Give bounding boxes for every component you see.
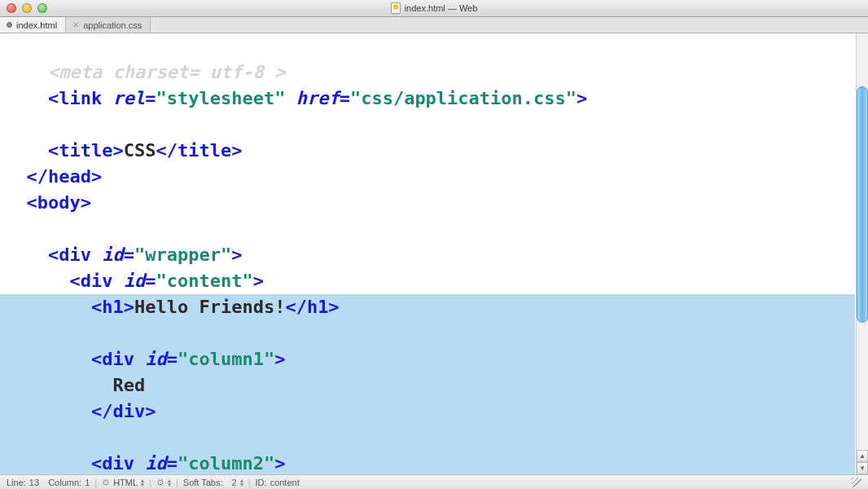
code-editor[interactable]: <meta charset= utf-8 > <link rel="styles… bbox=[0, 33, 855, 474]
code-line-selected: Red bbox=[0, 372, 855, 399]
code-line-selected: </div> bbox=[0, 399, 855, 425]
gear-icon[interactable] bbox=[156, 478, 164, 487]
close-window-button[interactable] bbox=[7, 3, 16, 13]
status-bar: Line: 13 Column: 1 | HTML ▴▾ | ▴▾ | Soft… bbox=[0, 474, 868, 489]
chevron-down-icon: ▾ bbox=[240, 482, 243, 487]
code-line: </head> bbox=[5, 166, 102, 187]
scroll-up-button[interactable]: ▲ bbox=[857, 450, 868, 462]
resize-grip-icon[interactable] bbox=[852, 478, 861, 487]
code-line-selected: <div id="column1"> bbox=[0, 346, 855, 372]
close-tab-icon[interactable]: ✕ bbox=[72, 20, 79, 29]
window-title-bar[interactable]: index.html — Web bbox=[0, 0, 868, 17]
syntax-mode[interactable]: HTML bbox=[113, 478, 138, 487]
editor-area: <meta charset= utf-8 > <link rel="styles… bbox=[0, 33, 868, 474]
code-line-selected: <h1>Hello Friends!</h1> bbox=[0, 294, 855, 320]
chevron-down-icon: ▾ bbox=[168, 482, 171, 487]
line-endings-stepper[interactable]: ▴▾ bbox=[168, 478, 171, 487]
chevron-down-icon: ▾ bbox=[141, 482, 144, 487]
code-line: <meta charset= utf-8 > bbox=[5, 62, 285, 82]
zoom-window-button[interactable] bbox=[37, 3, 47, 13]
vertical-scrollbar[interactable]: ▲ ▼ bbox=[856, 33, 868, 474]
line-label: Line: bbox=[7, 478, 26, 487]
document-icon bbox=[391, 2, 401, 14]
scroll-down-button[interactable]: ▼ bbox=[857, 462, 868, 474]
code-line bbox=[5, 114, 15, 134]
code-line bbox=[5, 218, 15, 239]
tab-label: application.css bbox=[83, 20, 142, 30]
window-title-text: index.html — Web bbox=[405, 3, 478, 13]
modified-dot-icon bbox=[7, 22, 12, 28]
soft-tabs-label: Soft Tabs: bbox=[183, 478, 223, 487]
column-number: 1 bbox=[85, 478, 90, 487]
syntax-stepper[interactable]: ▴▾ bbox=[141, 478, 144, 487]
soft-tabs-value[interactable]: 2 bbox=[232, 478, 237, 487]
tab-application-css[interactable]: ✕ application.css bbox=[66, 17, 151, 33]
tab-width-stepper[interactable]: ▴▾ bbox=[240, 478, 243, 487]
tab-bar: index.html ✕ application.css bbox=[0, 17, 868, 33]
minimize-window-button[interactable] bbox=[22, 3, 32, 13]
code-line: <link rel="stylesheet" href="css/applica… bbox=[5, 88, 587, 108]
code-line: <div id="wrapper"> bbox=[5, 244, 242, 265]
code-line: <body> bbox=[5, 192, 91, 213]
selector-id-label: ID: bbox=[256, 478, 267, 487]
code-line: <title>CSS</title> bbox=[5, 140, 242, 161]
scrollbar-thumb[interactable] bbox=[857, 86, 868, 323]
code-line: <div id="content"> bbox=[5, 271, 264, 291]
code-line-selected: <div id="column2"> bbox=[0, 451, 855, 474]
tab-label: index.html bbox=[16, 20, 57, 30]
code-line-selected bbox=[0, 320, 855, 346]
selector-id-value: content bbox=[270, 478, 300, 487]
traffic-lights bbox=[7, 3, 47, 13]
gear-icon[interactable] bbox=[102, 478, 110, 487]
window-title: index.html — Web bbox=[391, 2, 478, 14]
line-number: 13 bbox=[29, 478, 39, 487]
tab-index-html[interactable]: index.html bbox=[0, 17, 66, 33]
column-label: Column: bbox=[48, 478, 81, 487]
code-line-selected bbox=[0, 425, 855, 451]
